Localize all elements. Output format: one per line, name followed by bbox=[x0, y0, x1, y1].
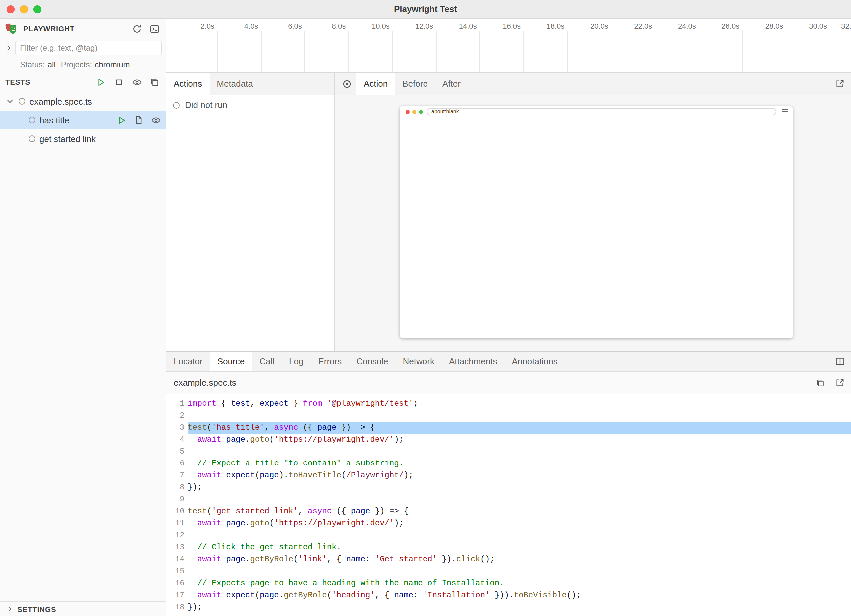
eye-icon bbox=[131, 77, 141, 87]
test-tree: example.spec.ts has title bbox=[0, 92, 166, 148]
window-titlebar[interactable]: Playwright Test bbox=[0, 0, 851, 19]
tab-source[interactable]: Source bbox=[210, 352, 252, 371]
split-view-button[interactable] bbox=[834, 355, 846, 367]
line-number: 13 bbox=[167, 541, 185, 553]
tab-locator[interactable]: Locator bbox=[167, 352, 210, 371]
code-line: 14 await page.getByRole('link', { name: … bbox=[167, 553, 851, 565]
timeline-tick-label: 14.0s bbox=[437, 22, 477, 30]
timeline-tick-label: 26.0s bbox=[699, 22, 740, 30]
tab-before[interactable]: Before bbox=[395, 72, 435, 95]
settings-section[interactable]: SETTINGS bbox=[0, 601, 166, 616]
playwright-logo-icon bbox=[5, 22, 19, 35]
code-line: 18}); bbox=[167, 601, 851, 613]
code-text bbox=[188, 493, 851, 505]
browser-snapshot[interactable]: about:blank bbox=[400, 106, 793, 338]
line-number: 17 bbox=[167, 589, 185, 601]
tree-item-test-has-title[interactable]: has title bbox=[0, 111, 166, 129]
tree-item-file[interactable]: example.spec.ts bbox=[0, 92, 166, 111]
timeline-gridline bbox=[830, 31, 830, 72]
projects-label: Projects: bbox=[61, 60, 92, 69]
chevron-right-icon[interactable] bbox=[4, 43, 13, 53]
code-text: await expect(page).toHaveTitle(/Playwrig… bbox=[188, 469, 851, 481]
tab-console[interactable]: Console bbox=[349, 352, 395, 371]
close-window-button[interactable] bbox=[7, 5, 15, 14]
code-text bbox=[188, 446, 851, 458]
code-line: 16 // Expects page to have a heading wit… bbox=[167, 577, 851, 589]
tree-item-label: example.spec.ts bbox=[29, 96, 92, 106]
open-source-button[interactable] bbox=[834, 377, 846, 389]
chevron-down-icon[interactable] bbox=[5, 96, 15, 106]
code-line: 10test('get started link', async ({ page… bbox=[167, 505, 851, 517]
tab-log[interactable]: Log bbox=[282, 352, 311, 371]
app-brand: PLAYWRIGHT bbox=[23, 25, 75, 33]
snapshot-tabs: ActionBeforeAfter bbox=[356, 72, 468, 95]
code-text: }); bbox=[188, 481, 851, 493]
eye-icon bbox=[151, 115, 161, 125]
code-text bbox=[188, 565, 851, 577]
code-text: test('get started link', async ({ page }… bbox=[188, 505, 851, 517]
actions-panel: ActionsMetadata Did not run bbox=[167, 72, 335, 351]
code-text: import { test, expect } from '@playwrigh… bbox=[188, 398, 851, 410]
timeline[interactable]: 2.0s4.0s6.0s8.0s10.0s12.0s14.0s16.0s18.0… bbox=[167, 19, 851, 72]
tree-item-label: get started link bbox=[39, 134, 96, 144]
tab-call[interactable]: Call bbox=[252, 352, 282, 371]
watch-test-button[interactable] bbox=[150, 114, 162, 126]
line-number: 3 bbox=[167, 422, 185, 434]
code-text: // Expect a title "to contain" a substri… bbox=[188, 458, 851, 469]
reload-button[interactable] bbox=[131, 23, 143, 35]
tab-network[interactable]: Network bbox=[395, 352, 442, 371]
actions-empty-state: Did not run bbox=[167, 95, 334, 115]
snapshot-tabstrip: ActionBeforeAfter bbox=[335, 72, 851, 95]
filter-row bbox=[0, 39, 166, 57]
empty-state-label: Did not run bbox=[185, 100, 227, 110]
open-snapshot-button[interactable] bbox=[834, 78, 846, 90]
collapse-all-button[interactable] bbox=[149, 76, 161, 88]
watch-all-button[interactable] bbox=[131, 76, 143, 88]
copy-icon bbox=[816, 378, 825, 387]
code-text bbox=[188, 613, 851, 616]
timeline-gridline bbox=[742, 31, 743, 72]
tree-item-test-get-started-link[interactable]: get started link bbox=[0, 129, 166, 148]
details-tabs: LocatorSourceCallLogErrorsConsoleNetwork… bbox=[167, 352, 565, 371]
copy-source-button[interactable] bbox=[814, 377, 826, 389]
code-text: test('has title', async ({ page }) => { bbox=[188, 422, 851, 434]
code-line: 1import { test, expect } from '@playwrig… bbox=[167, 398, 851, 410]
minimize-window-button[interactable] bbox=[20, 5, 28, 14]
tab-errors[interactable]: Errors bbox=[311, 352, 349, 371]
external-link-icon bbox=[835, 378, 845, 388]
filter-status[interactable]: Status: all Projects: chromium bbox=[0, 57, 166, 72]
code-line: 9 bbox=[167, 493, 851, 505]
code-text: await page.goto('https://playwright.dev/… bbox=[188, 434, 851, 446]
timeline-tick-label: 8.0s bbox=[306, 22, 346, 30]
code-text: }); bbox=[188, 601, 851, 613]
filter-input[interactable] bbox=[15, 41, 162, 55]
tab-after[interactable]: After bbox=[435, 72, 468, 95]
tab-attachments[interactable]: Attachments bbox=[442, 352, 505, 371]
timeline-tick-label: 28.0s bbox=[743, 22, 783, 30]
zoom-window-button[interactable] bbox=[33, 5, 41, 14]
line-number: 8 bbox=[167, 481, 185, 493]
actions-tabstrip: ActionsMetadata bbox=[167, 72, 334, 95]
timeline-tick-label: 18.0s bbox=[525, 22, 564, 30]
line-number: 9 bbox=[167, 493, 185, 505]
run-test-button[interactable] bbox=[115, 114, 127, 126]
code-text: // Expects page to have a heading with t… bbox=[188, 577, 851, 589]
show-source-button[interactable] bbox=[132, 114, 144, 126]
pick-locator-button[interactable] bbox=[341, 78, 353, 90]
tab-action[interactable]: Action bbox=[356, 72, 395, 95]
tab-annotations[interactable]: Annotations bbox=[504, 352, 565, 371]
code-line: 3test('has title', async ({ page }) => { bbox=[167, 422, 851, 434]
timeline-tick-label: 32.0s bbox=[819, 22, 851, 30]
code-line: 2 bbox=[167, 410, 851, 422]
tab-metadata[interactable]: Metadata bbox=[209, 72, 260, 95]
timeline-gridline bbox=[567, 31, 568, 72]
stop-button[interactable] bbox=[113, 76, 125, 88]
tab-actions[interactable]: Actions bbox=[167, 72, 209, 95]
timeline-tick-label: 20.0s bbox=[568, 22, 608, 30]
line-number: 6 bbox=[167, 458, 185, 469]
run-all-button[interactable] bbox=[95, 76, 107, 88]
source-code[interactable]: 1import { test, expect } from '@playwrig… bbox=[167, 394, 851, 616]
open-terminal-button[interactable] bbox=[149, 23, 161, 35]
line-number: 19 bbox=[167, 613, 185, 616]
play-icon bbox=[116, 115, 126, 125]
